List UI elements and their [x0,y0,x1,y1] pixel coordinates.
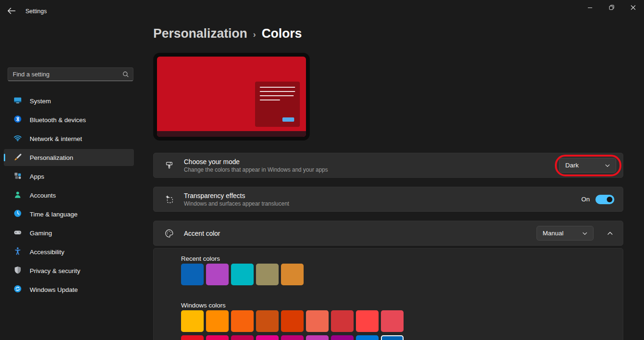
color-swatch[interactable] [181,335,204,340]
sidebar-item-label: Bluetooth & devices [30,116,86,124]
personalization-icon [13,152,22,163]
color-swatch[interactable] [281,264,304,285]
accent-color-row: Accent color Manual [153,221,623,246]
chevron-down-icon [582,230,587,237]
toggle-knob [607,197,612,202]
windows-update-icon [13,284,22,295]
color-swatch[interactable] [256,264,279,285]
color-swatch[interactable] [306,335,329,340]
sidebar-item-label: Apps [30,173,44,180]
transparency-subtitle: Windows and surfaces appear translucent [184,200,572,207]
sidebar-item-personalization[interactable]: Personalization [4,149,134,166]
sidebar-item-label: Gaming [30,230,52,237]
breadcrumb-current: Colors [262,26,302,41]
accessibility-icon [13,247,22,257]
preview-text-line [260,91,295,92]
preview-text-line [260,95,294,96]
color-swatch[interactable] [181,264,204,285]
sidebar-item-label: Time & language [30,211,78,218]
search-input[interactable] [8,67,133,81]
sidebar-item-gaming[interactable]: Gaming [4,224,134,241]
mode-subtitle: Change the colors that appear in Windows… [184,166,550,173]
color-swatch[interactable] [281,310,304,332]
sidebar-item-label: Windows Update [30,286,78,293]
accent-color-icon [164,228,174,239]
color-swatch[interactable] [206,264,229,285]
time-language-icon [13,209,22,219]
mode-dropdown-value: Dark [565,162,579,169]
minimize-button[interactable] [579,0,601,16]
transparency-icon [164,194,174,205]
back-button[interactable] [6,7,17,16]
preview-desktop [157,57,306,137]
recent-colors-label: Recent colors [181,255,220,262]
color-swatch[interactable] [281,335,304,340]
sidebar-item-label: Privacy & security [30,267,80,274]
color-swatch[interactable] [206,310,229,332]
color-swatch[interactable] [331,310,354,332]
color-swatch[interactable] [356,335,379,340]
maximize-button[interactable] [601,0,622,16]
apps-icon [13,171,22,182]
chevron-down-icon [605,162,610,169]
search-icon [122,71,129,80]
sidebar-item-system[interactable]: System [4,92,134,109]
system-icon [13,96,22,106]
back-arrow-icon [7,9,16,16]
color-swatch[interactable] [306,310,329,332]
sidebar: SystemBluetooth & devicesNetwork & inter… [0,20,145,340]
sidebar-item-privacy-security[interactable]: Privacy & security [4,262,134,279]
theme-preview [153,53,310,141]
color-swatch[interactable] [206,335,229,340]
selected-color-swatch[interactable] [381,335,404,340]
sidebar-item-label: Accounts [30,192,56,199]
preview-text-line [260,87,295,88]
color-swatch[interactable] [231,335,254,340]
color-swatch[interactable] [231,264,254,285]
main-content: Personalization › Colors Choose your mod… [152,20,644,340]
color-swatch[interactable] [256,335,279,340]
network-icon [13,133,22,144]
bluetooth-icon [13,115,22,125]
maximize-icon [609,5,614,12]
transparency-toggle[interactable] [595,195,614,204]
windows-colors-row [181,310,404,332]
gaming-icon [13,228,22,238]
mode-dropdown[interactable]: Dark [559,158,616,173]
breadcrumb-parent[interactable]: Personalization [153,26,248,41]
sidebar-item-network-internet[interactable]: Network & internet [4,130,134,147]
breadcrumb-separator-icon: › [253,28,256,40]
chevron-up-icon [607,230,613,237]
sidebar-nav: SystemBluetooth & devicesNetwork & inter… [4,92,134,300]
sidebar-item-accounts[interactable]: Accounts [4,187,134,204]
sidebar-item-apps[interactable]: Apps [4,168,134,185]
color-swatch[interactable] [381,310,404,332]
accent-dropdown[interactable]: Manual [537,226,594,240]
collapse-button[interactable] [604,227,616,240]
preview-window [255,82,300,127]
accounts-icon [13,190,22,200]
accent-title: Accent color [184,230,527,237]
color-swatch[interactable] [231,310,254,332]
color-swatch[interactable] [181,310,204,332]
accent-dropdown-value: Manual [543,230,563,237]
color-swatch[interactable] [356,310,379,332]
sidebar-item-label: System [30,98,51,105]
preview-accent-button [282,117,294,122]
color-swatch[interactable] [331,335,354,340]
window-controls [579,0,644,16]
preview-text-line [260,100,280,100]
sidebar-item-time-language[interactable]: Time & language [4,206,134,223]
close-button[interactable] [622,0,644,16]
color-swatch[interactable] [256,310,279,332]
sidebar-item-accessibility[interactable]: Accessibility [4,243,134,260]
sidebar-item-bluetooth-devices[interactable]: Bluetooth & devices [4,111,134,128]
toggle-state-label: On [581,196,590,203]
minimize-icon [587,5,593,12]
transparency-row: Transparency effects Windows and surface… [153,187,623,212]
sidebar-item-label: Network & internet [30,135,82,142]
breadcrumb: Personalization › Colors [153,26,302,41]
sidebar-item-windows-update[interactable]: Windows Update [4,281,134,298]
privacy-icon [13,265,22,276]
preview-taskbar [157,131,306,137]
